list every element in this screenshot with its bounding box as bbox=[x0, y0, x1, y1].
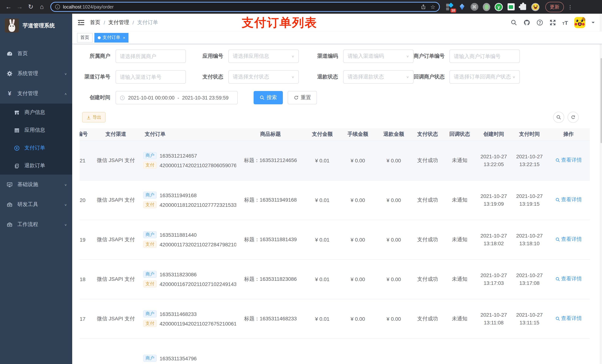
site-info-icon[interactable] bbox=[55, 4, 60, 10]
sketch-extension-icon[interactable]: 10 bbox=[446, 3, 454, 11]
breadcrumb-payment[interactable]: 支付管理 bbox=[108, 19, 129, 26]
breadcrumb-home[interactable]: 首页 bbox=[90, 19, 100, 26]
view-detail-link[interactable]: 查看详情 bbox=[555, 157, 582, 164]
bookmark-star-icon[interactable]: ☆ bbox=[430, 3, 435, 10]
search-icon[interactable] bbox=[510, 19, 517, 26]
merchant-order-input[interactable] bbox=[450, 50, 520, 63]
help-icon[interactable] bbox=[536, 19, 543, 26]
browser-menu-icon[interactable]: ⋮ bbox=[568, 4, 573, 10]
font-size-icon[interactable]: TT bbox=[562, 20, 568, 26]
date-range-picker[interactable]: 2021-10-01 00:00:00 - 2021-10-31 23:59:5… bbox=[116, 91, 238, 104]
create-time-label: 创建时间 bbox=[80, 94, 116, 101]
user-avatar[interactable] bbox=[574, 17, 585, 28]
gem-extension-icon[interactable] bbox=[458, 3, 466, 11]
goods-title: 标题：1635311949168 bbox=[236, 180, 305, 220]
browser-back-button[interactable]: ← bbox=[4, 2, 13, 12]
hamburger-collapse-icon[interactable] bbox=[77, 19, 85, 26]
table-row[interactable]: 17 微信 JSAPI 支付 商户1635311468233 支付4200001… bbox=[80, 299, 590, 338]
refresh-table-button[interactable] bbox=[568, 112, 579, 123]
sidebar-item-app-info[interactable]: 应用信息 bbox=[0, 121, 72, 139]
pay-time: 2021-10-2713:22:15 bbox=[512, 141, 547, 180]
yen-circle-icon: ¥ bbox=[14, 145, 20, 151]
fullscreen-icon[interactable] bbox=[549, 19, 556, 26]
command-extension-icon[interactable]: ⌘ bbox=[470, 3, 478, 11]
chevron-down-icon: ∨ bbox=[406, 54, 409, 58]
view-detail-link[interactable]: 查看详情 bbox=[555, 276, 582, 282]
pay-tag: 支付 bbox=[143, 281, 157, 287]
sidebar-item-payment[interactable]: ¥ 支付管理 ∧ bbox=[0, 83, 72, 104]
table-row[interactable]: 19 微信 JSAPI 支付 商户1635311881440 支付4200001… bbox=[80, 220, 590, 259]
chrome-update-button[interactable]: 更新 bbox=[545, 2, 564, 12]
sidebar-item-system[interactable]: 系统管理 ∨ bbox=[0, 64, 72, 83]
tag-home[interactable]: 首页 bbox=[77, 33, 93, 42]
chevron-down-icon: ∨ bbox=[64, 183, 67, 186]
view-detail-link[interactable]: 查看详情 bbox=[555, 315, 582, 322]
sidebar-item-workflow[interactable]: 工作流程 ∨ bbox=[0, 215, 72, 235]
close-icon[interactable]: × bbox=[123, 35, 125, 40]
col-create-time: 创建时间 bbox=[476, 128, 512, 141]
puzzle-extensions-icon[interactable] bbox=[519, 3, 527, 11]
col-pay-time: 支付时间 bbox=[512, 128, 547, 141]
col-order: 支付订单 bbox=[142, 128, 236, 141]
table-row[interactable]: 20 微信 JSAPI 支付 商户1635311949168 支付4200001… bbox=[80, 180, 590, 220]
sidebar-item-merchant-info[interactable]: 商户信息 bbox=[0, 104, 72, 121]
browser-reload-button[interactable]: ↻ bbox=[26, 2, 35, 12]
fee-amount: ¥ 0.00 bbox=[340, 299, 376, 338]
merchant-order-no: 1635311949168 bbox=[160, 192, 197, 198]
tag-pay-order[interactable]: 支付订单 × bbox=[94, 33, 129, 42]
search-button[interactable]: 搜索 bbox=[254, 91, 283, 104]
share-icon[interactable] bbox=[420, 4, 426, 10]
pay-status-select[interactable]: 请选择支付状态 ∨ bbox=[228, 70, 299, 83]
sidebar-item-dev-tools[interactable]: 研发工具 ∨ bbox=[0, 195, 72, 215]
table-row[interactable]: 商户1635311354796 bbox=[80, 338, 590, 364]
github-icon[interactable] bbox=[523, 19, 530, 26]
sidebar-item-refund-order[interactable]: 退款订单 bbox=[0, 157, 72, 175]
channel-order-input[interactable] bbox=[116, 70, 186, 83]
table-row[interactable]: 21 微信 JSAPI 支付 商户1635312124657 支付4200001… bbox=[80, 141, 590, 180]
refund-status-select[interactable]: 请选择退款状态 ∨ bbox=[343, 70, 414, 83]
notify-status-select[interactable]: 请选择订单回调商户状态 ∨ bbox=[450, 70, 520, 83]
export-button[interactable]: 导出 bbox=[82, 112, 106, 123]
grammarly-extension-icon[interactable] bbox=[483, 3, 491, 11]
sidebar-item-pay-order[interactable]: ¥ 支付订单 bbox=[0, 139, 72, 157]
y-extension-icon[interactable]: y bbox=[495, 3, 503, 11]
search-icon bbox=[259, 95, 265, 100]
chevron-down-icon: ∨ bbox=[64, 203, 67, 206]
active-dot bbox=[98, 36, 101, 39]
toolbox-icon bbox=[7, 222, 13, 228]
col-channel: 支付渠道 bbox=[90, 128, 142, 141]
browser-home-button[interactable]: ⌂ bbox=[37, 2, 47, 12]
search-icon bbox=[555, 158, 560, 163]
tags-view: 首页 支付订单 × bbox=[72, 31, 602, 44]
toggle-search-button[interactable] bbox=[553, 112, 564, 123]
col-title: 商品标题 bbox=[236, 128, 305, 141]
reset-button[interactable]: 重置 bbox=[288, 91, 317, 104]
channel-code-select[interactable]: 请输入渠道编码 ∨ bbox=[343, 50, 414, 63]
pay-channel: 微信 JSAPI 支付 bbox=[90, 180, 142, 220]
window-scrollbar[interactable] bbox=[600, 14, 602, 364]
refund-amount: ¥ 0.00 bbox=[376, 180, 412, 220]
chat-extension-icon[interactable] bbox=[507, 3, 515, 11]
pay-status: 支付成功 bbox=[412, 299, 443, 338]
merchant-order-no: 1635311823086 bbox=[160, 271, 197, 277]
channel-code-label: 渠道编码 bbox=[299, 53, 343, 60]
view-detail-link[interactable]: 查看详情 bbox=[555, 197, 582, 203]
app-select[interactable]: 请选择应用信息 ∨ bbox=[228, 50, 299, 63]
create-time: 2021-10-2713:19:09 bbox=[476, 180, 512, 220]
dashboard-icon bbox=[7, 51, 13, 57]
profile-avatar-icon[interactable] bbox=[531, 3, 539, 11]
col-action: 操作 bbox=[547, 128, 590, 141]
merchant-order-no: 1635311354796 bbox=[160, 355, 197, 361]
refund-amount: ¥ 0.00 bbox=[376, 299, 412, 338]
browser-toolbar: ← → ↻ ⌂ localhost :1024/pay/order ☆ 10 ⌘… bbox=[0, 0, 602, 14]
browser-forward-button[interactable]: → bbox=[15, 2, 24, 12]
merchant-tag: 商户 bbox=[143, 271, 157, 278]
address-bar[interactable]: localhost :1024/pay/order ☆ bbox=[50, 2, 440, 12]
sidebar-item-home[interactable]: 首页 bbox=[0, 44, 72, 64]
merchant-input[interactable] bbox=[116, 50, 186, 63]
sidebar-item-infrastructure[interactable]: 基础设施 ∨ bbox=[0, 175, 72, 195]
table-row[interactable]: 18 微信 JSAPI 支付 商户1635311823086 支付4200001… bbox=[80, 259, 590, 299]
avatar-caret-icon[interactable] bbox=[592, 22, 595, 25]
view-detail-link[interactable]: 查看详情 bbox=[555, 236, 582, 243]
channel-pay-no: 4200001181202110277723215336 bbox=[160, 202, 236, 208]
